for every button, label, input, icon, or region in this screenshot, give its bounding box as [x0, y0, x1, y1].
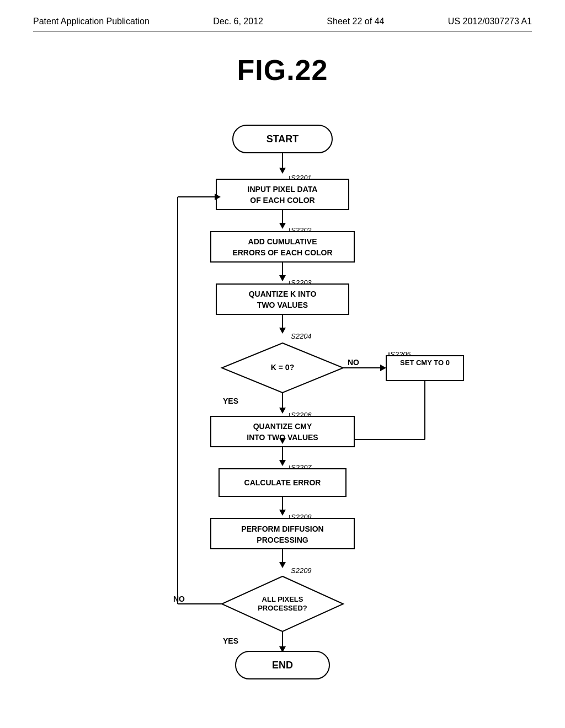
svg-marker-24: [279, 328, 286, 334]
svg-text:START: START: [266, 133, 299, 144]
header-publication: Patent Application Publication: [33, 17, 150, 26]
svg-text:TWO VALUES: TWO VALUES: [257, 301, 308, 309]
page: Patent Application Publication Dec. 6, 2…: [0, 0, 565, 728]
header-sheet: Sheet 22 of 44: [327, 17, 384, 26]
svg-text:PERFORM DIFFUSION: PERFORM DIFFUSION: [241, 524, 323, 533]
svg-text:S2209: S2209: [291, 566, 312, 575]
svg-text:YES: YES: [223, 636, 238, 645]
svg-marker-47: [279, 460, 286, 466]
svg-text:INPUT PIXEL DATA: INPUT PIXEL DATA: [248, 185, 318, 194]
flowchart-diagram: START S2201 INPUT PIXEL DATA OF EACH COL…: [89, 114, 476, 721]
svg-marker-39: [279, 408, 286, 414]
svg-marker-30: [380, 365, 386, 371]
svg-marker-3: [279, 168, 286, 174]
svg-text:PROCESSED?: PROCESSED?: [258, 604, 307, 612]
svg-text:SET CMY TO 0: SET CMY TO 0: [400, 358, 450, 367]
svg-text:ALL PIXELS: ALL PIXELS: [262, 595, 303, 603]
svg-rect-20: [216, 284, 349, 314]
svg-text:END: END: [272, 660, 293, 671]
header-date: Dec. 6, 2012: [213, 17, 263, 26]
svg-text:S2204: S2204: [291, 332, 312, 340]
svg-text:K = 0?: K = 0?: [271, 363, 294, 372]
header-patent: US 2012/0307273 A1: [448, 17, 532, 26]
page-header: Patent Application Publication Dec. 6, 2…: [33, 17, 532, 31]
svg-marker-60: [279, 562, 286, 568]
svg-text:NO: NO: [173, 595, 185, 603]
svg-text:OF EACH COLOR: OF EACH COLOR: [250, 196, 315, 205]
svg-marker-17: [279, 275, 286, 281]
svg-text:YES: YES: [223, 397, 238, 405]
figure-title: FIG.22: [33, 53, 532, 87]
svg-text:QUANTIZE K INTO: QUANTIZE K INTO: [249, 290, 317, 298]
svg-rect-13: [211, 232, 354, 262]
svg-marker-10: [279, 223, 286, 229]
svg-marker-53: [279, 510, 286, 516]
svg-text:CALCULATE ERROR: CALCULATE ERROR: [244, 478, 321, 487]
svg-rect-6: [216, 179, 349, 210]
svg-text:ADD CUMULATIVE: ADD CUMULATIVE: [248, 237, 317, 246]
svg-text:PROCESSING: PROCESSING: [257, 536, 308, 544]
svg-text:QUANTIZE CMY: QUANTIZE CMY: [253, 422, 312, 431]
svg-text:NO: NO: [348, 358, 359, 367]
svg-text:ERRORS OF EACH COLOR: ERRORS OF EACH COLOR: [232, 248, 332, 257]
